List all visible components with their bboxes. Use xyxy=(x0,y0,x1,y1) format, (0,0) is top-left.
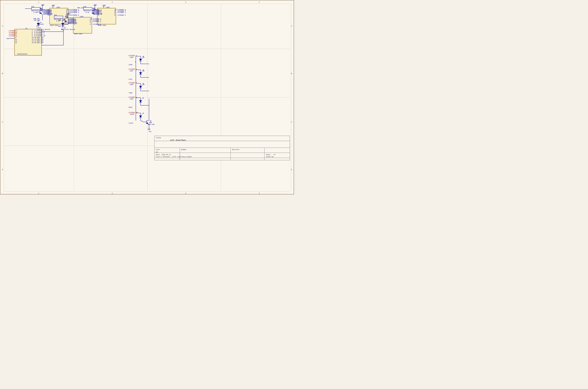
p3-r2-net: 2_CATHODE e xyxy=(34,30,44,32)
led4-pin4-net: CATHODE DP xyxy=(68,22,77,24)
p3-pin4-r: 4 xyxy=(32,32,33,33)
led8-net: CATHODE f xyxy=(129,82,137,84)
q6-pnp: PNP xyxy=(149,122,152,124)
row-label-C-left: C xyxy=(1,121,4,123)
pnp-sr1-d2: PNP_SR1 xyxy=(34,20,40,21)
p3-pin9: 9 xyxy=(15,37,16,38)
svg-marker-77 xyxy=(139,59,142,61)
p3-pin13: 13 xyxy=(15,40,17,42)
led5-pin4-net: CATHODE DP xyxy=(93,13,102,15)
led4-pin5-num: 5 xyxy=(74,24,75,25)
date-value: 2020.05.11 xyxy=(162,154,171,156)
r33-label: R33 xyxy=(31,6,34,8)
svg-line-83 xyxy=(142,57,144,59)
led5-rpin8-net: CATHODE a xyxy=(117,12,126,13)
led5-rpin6-net: CATHODE b xyxy=(117,14,126,16)
grid-h3 xyxy=(4,146,290,146)
svg-line-89 xyxy=(141,70,143,71)
p3-pin7: 7 xyxy=(15,35,16,37)
svg-rect-67 xyxy=(83,7,92,10)
p3-r6-net: 6_CATHODE c xyxy=(34,33,44,35)
file-label: File: xyxy=(156,156,160,158)
led4-rpin8-net: CATHODE a xyxy=(93,21,101,23)
svg-point-55 xyxy=(61,29,62,30)
q6-net: PNP_LED xyxy=(148,124,154,126)
svg-line-114 xyxy=(146,120,149,121)
row-label-C-right: C xyxy=(290,121,293,123)
p3-net-vcc: VCC xyxy=(6,38,9,40)
led9-func: Wash xyxy=(129,107,132,108)
svg-marker-107 xyxy=(139,116,142,118)
drawn-by-label: Drawn By: xyxy=(266,156,274,158)
led10-func: Level xyxy=(129,122,133,124)
p3-pin11: 11 xyxy=(15,38,17,40)
r35-value: Resistor SMD xyxy=(84,10,95,12)
p3-pin15: 15 xyxy=(15,42,17,44)
vcc-q3: VCC xyxy=(42,4,44,6)
led4-label: LED4 xyxy=(80,16,84,18)
q6-label: Q6 xyxy=(150,120,152,122)
led3-rpin6-net: CATHODE b xyxy=(71,14,79,16)
date-label: Date: xyxy=(156,154,160,156)
led4-part: HDSP-5501 xyxy=(74,33,83,35)
pnp-sr2-net: PNP_SR2 xyxy=(58,26,64,27)
sheet-label: Sheet xyxy=(266,154,271,156)
svg-marker-112 xyxy=(143,113,144,114)
svg-marker-85 xyxy=(139,72,142,75)
p3-pin12-r: 12 xyxy=(32,38,34,40)
svg-line-111 xyxy=(141,113,143,115)
col-label-1-bottom: 1 xyxy=(35,192,42,194)
revision-label: Revision xyxy=(232,149,239,151)
p3-r16-net: 16_PNP_SR1 xyxy=(34,42,43,44)
title-label: Title xyxy=(156,137,161,139)
r35-label: R35 xyxy=(84,6,86,8)
p3-r8-net: 8_CATHODE DP xyxy=(34,35,45,37)
svg-marker-82 xyxy=(143,56,144,57)
p3-pin6-r: 6 xyxy=(32,33,33,35)
vcc-q4: VCC xyxy=(67,13,69,15)
svg-line-81 xyxy=(141,56,143,58)
p3-pin16-r: 16 xyxy=(32,42,34,44)
p3-pin10-r: 10 xyxy=(32,37,34,38)
led8-label: LED8 xyxy=(130,84,133,86)
led5-part: HDSP-5501 xyxy=(98,25,106,26)
svg-marker-100 xyxy=(143,84,144,85)
pnp-sr2-d3: PNP_SR2 xyxy=(58,20,65,21)
svg-line-105 xyxy=(141,98,143,99)
p3-pin2-r: 2 xyxy=(32,30,33,32)
p3-r4-net: 4_CATHODE d xyxy=(34,32,44,33)
svg-marker-84 xyxy=(143,57,144,58)
p3-pin1: 1 xyxy=(15,30,16,32)
row-label-B-left: B xyxy=(1,73,4,75)
s4-value: Tactile Switch xyxy=(62,29,75,31)
led6-net: CATHODE b xyxy=(129,55,137,57)
row-label-A-right: A xyxy=(290,25,293,27)
grid-h2 xyxy=(4,97,290,97)
vcc-led5: VCC xyxy=(103,4,106,6)
vcc-q5: VCC xyxy=(94,4,97,6)
svg-line-126 xyxy=(140,121,143,122)
number-label: Number xyxy=(181,149,187,151)
q4-value: PNP xyxy=(65,17,68,18)
led4-rpin6-num: 6 xyxy=(90,24,91,25)
svg-marker-90 xyxy=(143,69,144,70)
p3-pin8-r: 8 xyxy=(32,35,33,37)
p3-pin5: 5 xyxy=(15,33,16,35)
r34-label: R34 xyxy=(54,14,57,16)
row-label-B-right: B xyxy=(290,73,293,75)
col-label-2-top: 2 xyxy=(109,1,116,3)
row-label-A-left: A xyxy=(1,25,4,27)
border-top xyxy=(4,4,290,4)
led7-func: Cool xyxy=(129,78,132,80)
col-label-3-bottom: 3 xyxy=(182,192,189,194)
r33-sub: 9.1K xyxy=(33,12,37,13)
q3-value: PNP xyxy=(40,9,43,10)
led5-rpin6-num: 6 xyxy=(114,14,115,16)
p3-r10-net: 10_PNP_LED xyxy=(34,37,43,38)
svg-marker-101 xyxy=(139,100,142,102)
col-label-3-top: 3 xyxy=(182,1,189,3)
svg-rect-2 xyxy=(31,7,40,10)
d2-value: Diode xyxy=(39,24,44,25)
p3-label: P3 xyxy=(26,28,27,30)
size-label: Size xyxy=(156,149,160,151)
